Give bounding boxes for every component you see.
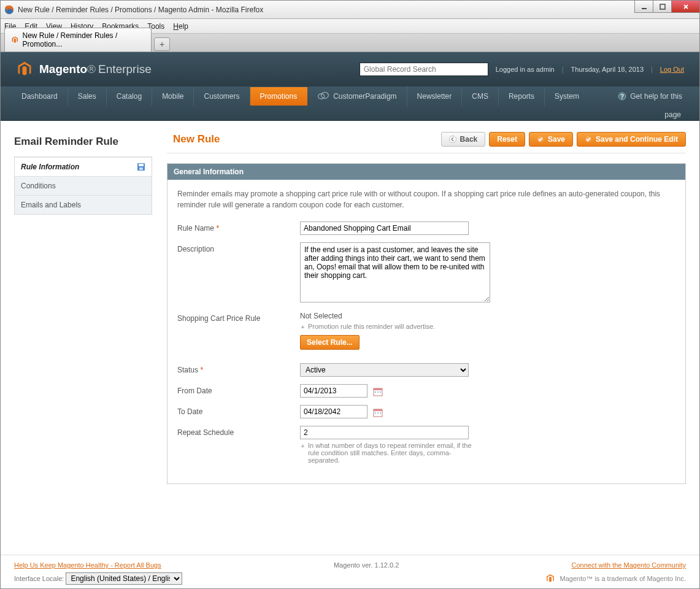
svg-rect-22 — [380, 412, 381, 414]
browser-tab[interactable]: New Rule / Reminder Rules / Promotion... — [4, 28, 152, 52]
svg-rect-19 — [374, 409, 382, 411]
admin-footer: Help Us Keep Magento Healthy - Report Al… — [1, 555, 699, 588]
svg-rect-8 — [139, 164, 144, 166]
save-continue-button[interactable]: Save and Continue Edit — [577, 132, 686, 147]
logout-link[interactable]: Log Out — [660, 66, 684, 73]
repeat-label: Repeat Schedule — [177, 426, 300, 464]
global-search-input[interactable] — [360, 63, 488, 76]
check-icon — [537, 136, 544, 143]
version-text: Magento ver. 1.12.0.2 — [334, 561, 399, 569]
magento-favicon-icon — [11, 36, 19, 44]
menu-help[interactable]: Help — [173, 22, 188, 31]
rule-name-input[interactable] — [300, 221, 469, 235]
page-title: New Rule — [167, 133, 220, 145]
nav-cms[interactable]: CMS — [462, 87, 499, 106]
back-button[interactable]: Back — [441, 132, 486, 147]
sidebar-item-conditions[interactable]: Conditions — [15, 176, 152, 195]
svg-rect-20 — [375, 412, 376, 414]
nav-system[interactable]: System — [545, 87, 589, 106]
svg-point-10 — [449, 136, 456, 143]
svg-rect-1 — [642, 8, 647, 9]
sidebar-item-emails-labels[interactable]: Emails and Labels — [15, 195, 152, 214]
from-date-input[interactable] — [300, 384, 367, 398]
nav-promotions[interactable]: Promotions — [250, 87, 308, 106]
close-button[interactable] — [671, 1, 699, 13]
sidebar-title: Email Reminder Rule — [14, 132, 152, 157]
back-arrow-icon — [449, 136, 456, 143]
sidebar-item-rule-information[interactable]: Rule Information — [15, 157, 152, 176]
svg-rect-17 — [380, 391, 381, 393]
calendar-icon[interactable] — [373, 387, 383, 396]
brand-bold: Magento — [39, 63, 87, 75]
svg-rect-2 — [660, 4, 665, 9]
status-select[interactable]: Active — [300, 363, 469, 377]
calendar-icon[interactable] — [373, 407, 383, 417]
new-tab-button[interactable]: + — [154, 37, 170, 51]
admin-header: Magento®Enterprise Logged in as admin | … — [1, 52, 699, 87]
to-date-label: To Date — [177, 405, 300, 418]
nav-help-link[interactable]: ? Get help for this — [612, 87, 688, 106]
general-info-panel: General Information Reminder emails may … — [167, 163, 686, 484]
description-textarea[interactable]: If the end user is a past customer, and … — [300, 242, 490, 302]
magento-logo-icon — [16, 61, 33, 78]
firefox-icon — [4, 5, 14, 15]
price-rule-value: Not Selected — [300, 312, 675, 320]
reset-button[interactable]: Reset — [489, 132, 525, 147]
nav-customerparadigm[interactable]: CustomerParadigm — [307, 86, 407, 107]
svg-rect-16 — [377, 391, 379, 393]
svg-point-4 — [321, 92, 329, 98]
save-disk-icon — [137, 163, 145, 171]
svg-text:?: ? — [620, 93, 624, 100]
sidebar-list: Rule Information Conditions Emails and L… — [14, 157, 152, 215]
magento-small-icon — [545, 574, 555, 583]
window-title: New Rule / Reminder Rules / Promotions /… — [18, 6, 263, 14]
rule-name-label: Rule Name * — [177, 221, 300, 235]
brand-light: Enterprise — [98, 63, 152, 75]
report-bugs-link[interactable]: Help Us Keep Magento Healthy - Report Al… — [14, 561, 161, 569]
svg-rect-9 — [139, 167, 143, 170]
logged-in-text: Logged in as admin — [496, 66, 555, 73]
repeat-note: In what number of days to repeat reminde… — [300, 442, 472, 464]
select-rule-button[interactable]: Select Rule... — [300, 335, 360, 350]
status-label: Status * — [177, 363, 300, 377]
to-date-input[interactable] — [300, 405, 367, 418]
locale-select[interactable]: English (United States) / English — [66, 572, 182, 585]
browser-tab-strip: New Rule / Reminder Rules / Promotion...… — [1, 34, 699, 52]
panel-title: General Information — [167, 164, 685, 180]
locale-label: Interface Locale: — [14, 575, 64, 582]
window-title-bar: New Rule / Reminder Rules / Promotions /… — [1, 1, 699, 19]
nav-newsletter[interactable]: Newsletter — [407, 87, 463, 106]
check-icon — [585, 136, 592, 143]
nav-catalog[interactable]: Catalog — [107, 87, 152, 106]
nav-help-sub: page — [12, 108, 688, 119]
from-date-label: From Date — [177, 384, 300, 398]
svg-rect-14 — [374, 388, 382, 390]
customerparadigm-icon — [317, 91, 329, 102]
admin-nav: Dashboard Sales Catalog Mobile Customers… — [1, 87, 699, 121]
nav-sales[interactable]: Sales — [68, 87, 107, 106]
save-button[interactable]: Save — [529, 132, 573, 147]
help-icon: ? — [618, 92, 626, 101]
description-label: Description — [177, 242, 300, 304]
maximize-button[interactable] — [653, 1, 671, 13]
svg-rect-15 — [375, 391, 376, 393]
minimize-button[interactable] — [634, 1, 653, 13]
trademark-text: Magento™ is a trademark of Magento Inc. — [560, 575, 686, 582]
browser-tab-label: New Rule / Reminder Rules / Promotion... — [23, 31, 145, 48]
nav-reports[interactable]: Reports — [499, 87, 545, 106]
nav-customers[interactable]: Customers — [194, 87, 250, 106]
header-date: Thursday, April 18, 2013 — [571, 66, 644, 73]
svg-rect-21 — [377, 412, 379, 414]
price-rule-label: Shopping Cart Price Rule — [177, 312, 300, 350]
nav-mobile[interactable]: Mobile — [152, 87, 194, 106]
panel-description: Reminder emails may promote a shopping c… — [177, 188, 675, 210]
price-rule-note: Promotion rule this reminder will advert… — [300, 323, 675, 330]
page-head: New Rule Back Reset Save Save and Contin… — [167, 132, 686, 153]
nav-dashboard[interactable]: Dashboard — [12, 87, 68, 106]
magento-logo: Magento®Enterprise — [16, 61, 152, 78]
repeat-input[interactable] — [300, 426, 469, 439]
community-link[interactable]: Connect with the Magento Community — [572, 561, 686, 569]
